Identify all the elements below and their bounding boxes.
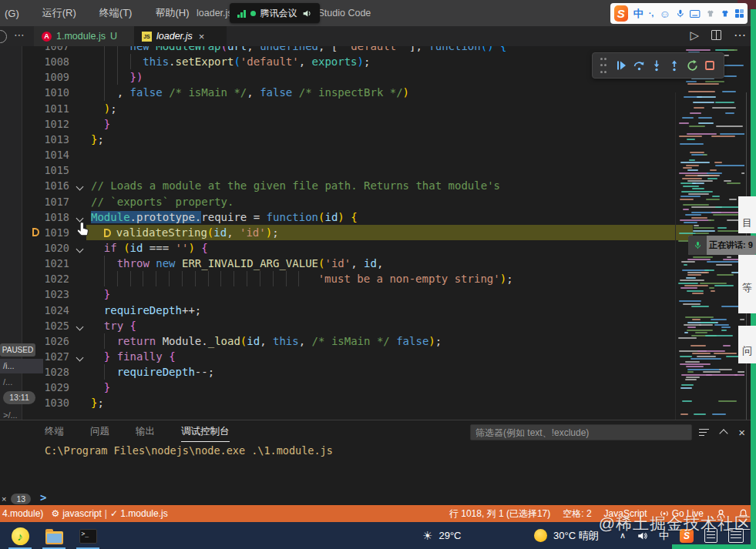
volume-icon[interactable]	[637, 531, 648, 541]
fold-chevron-icon[interactable]	[76, 194, 86, 209]
restart-button[interactable]	[684, 56, 700, 75]
fold-chevron-icon[interactable]	[76, 132, 86, 147]
drag-handle-icon[interactable]	[596, 56, 611, 75]
shirt-icon[interactable]	[721, 8, 730, 18]
step-into-button[interactable]	[649, 56, 664, 75]
split-editor-icon[interactable]	[711, 30, 721, 40]
fold-chevron-icon[interactable]	[76, 116, 86, 132]
fold-chevron-icon[interactable]	[76, 349, 86, 364]
ime-indicator[interactable]: 中	[659, 529, 669, 543]
fold-chevron-icon[interactable]	[76, 178, 86, 193]
fold-chevron-icon[interactable]	[76, 364, 86, 380]
sogou-ime-toolbar[interactable]: S 中 ·, ☺	[610, 3, 748, 24]
tab-1-module-js[interactable]: A 1.module.js U	[34, 26, 142, 46]
stop-button[interactable]	[702, 56, 717, 75]
overlay-window-1[interactable]: 目	[738, 196, 756, 233]
overlay-window-2[interactable]: 等	[738, 255, 756, 313]
close-icon[interactable]: ×	[2, 494, 6, 504]
taskbar-cmd[interactable]: >_	[74, 524, 102, 549]
fold-chevron-icon[interactable]	[76, 69, 86, 85]
fold-chevron-icon[interactable]	[76, 54, 86, 69]
menu-run[interactable]: 运行(R)	[41, 6, 78, 20]
fold-chevron-icon[interactable]	[76, 85, 86, 100]
taskbar-explorer[interactable]	[40, 524, 68, 549]
emoji-icon[interactable]: ☺	[659, 8, 670, 19]
fold-chevron-icon[interactable]	[76, 286, 86, 302]
editor-more-actions-icon[interactable]: ⋯	[734, 28, 747, 42]
fold-chevron-icon[interactable]	[76, 46, 86, 54]
tab-terminal[interactable]: 终端	[45, 425, 64, 442]
fold-chevron-icon[interactable]	[76, 256, 86, 271]
pen-tablet-icon[interactable]	[728, 528, 744, 543]
close-tab-icon[interactable]: ×	[199, 31, 205, 42]
continue-button[interactable]	[613, 56, 629, 75]
callstack-row[interactable]: /...	[0, 375, 43, 390]
count-pill: 13	[11, 494, 31, 504]
code-line: 1013};	[0, 132, 756, 147]
minimap[interactable]	[677, 46, 744, 418]
code-editor[interactable]: 1007new ModuleWrap(url, undefined, [ 'de…	[0, 46, 756, 420]
debug-config-item[interactable]: ⚙ javascript | ✓ 1.module.js	[51, 508, 167, 519]
fold-chevron-icon[interactable]	[76, 240, 86, 256]
editor-tab-bar: ⋯ A 1.module.js U JS loader.js ×	[0, 26, 756, 46]
fold-chevron-icon[interactable]	[76, 271, 86, 286]
tab-loader-js[interactable]: JS loader.js ×	[134, 26, 227, 46]
code-line: 1016// Loads a module at the given file …	[0, 178, 756, 193]
fold-chevron-icon[interactable]	[76, 380, 86, 395]
debug-console-output: C:\Program Files\nodejs\node.exe .\1.mod…	[45, 444, 333, 457]
sogou-logo-icon[interactable]: S	[614, 5, 628, 22]
skin-icon[interactable]	[706, 8, 715, 18]
speaker-icon	[302, 8, 312, 18]
punctuation-icon[interactable]: ·,	[649, 9, 654, 18]
keyboard-icon[interactable]	[690, 9, 700, 18]
tab-label: 1.module.js	[56, 31, 106, 42]
code-line: 1022'must be a non-empty string');	[0, 271, 756, 286]
editor-actions: ▷ ⋯	[690, 28, 747, 42]
fold-chevron-icon[interactable]	[76, 395, 86, 410]
toolbox-grid-icon[interactable]	[735, 9, 744, 18]
fold-chevron-icon[interactable]	[76, 318, 86, 333]
cursor-position[interactable]: 行 1018, 列 1 (已选择17)	[449, 507, 550, 521]
tab-problems[interactable]: 问题	[90, 425, 109, 442]
tab-debug-console[interactable]: 调试控制台	[181, 425, 230, 442]
code-line: 1025try {	[0, 318, 756, 333]
fold-chevron-icon[interactable]	[76, 303, 86, 318]
close-panel-icon[interactable]: ×	[738, 426, 745, 439]
weather-now[interactable]: ☀ 29°C	[422, 522, 462, 549]
bell-icon[interactable]	[738, 508, 748, 519]
tray-chevron-icon[interactable]: ∧	[620, 531, 626, 541]
menu-goto-partial[interactable]: (G)	[3, 8, 21, 19]
fold-chevron-icon[interactable]	[76, 333, 86, 349]
filter-icon[interactable]	[699, 427, 709, 438]
more-actions-icon[interactable]: ⋯	[14, 28, 25, 41]
fold-chevron-icon[interactable]	[76, 101, 86, 116]
step-out-button[interactable]	[667, 56, 682, 75]
step-over-button[interactable]	[631, 56, 647, 75]
account-icon[interactable]	[716, 509, 726, 519]
mic-icon[interactable]	[676, 8, 685, 19]
go-live-button[interactable]: Go Live	[660, 508, 704, 519]
indentation[interactable]: 空格: 2	[563, 507, 591, 521]
maximize-panel-icon[interactable]	[720, 429, 728, 437]
fold-chevron-icon[interactable]	[76, 162, 86, 178]
run-file-button[interactable]: ▷	[690, 28, 699, 42]
weather-forecast[interactable]: 30°C 晴朗	[534, 522, 599, 549]
taskbar-qqmusic[interactable]: ♪	[6, 524, 34, 549]
debug-console-prompt[interactable]: >	[40, 491, 46, 504]
sogou-tray-icon[interactable]: S	[680, 529, 694, 543]
tencent-meeting-pill[interactable]: 腾讯会议	[230, 3, 320, 23]
time-badge: 13:11	[3, 391, 35, 404]
filter-input[interactable]	[470, 424, 692, 440]
callstack-row[interactable]: >/...	[0, 408, 43, 423]
fold-chevron-icon[interactable]	[76, 147, 86, 162]
chinese-mode-icon[interactable]: 中	[633, 8, 643, 18]
menu-help[interactable]: 帮助(H)	[153, 6, 190, 20]
overlay-window-3[interactable]: 问	[738, 326, 756, 363]
callstack-row[interactable]: /i...	[0, 359, 43, 373]
broadcast-icon	[660, 509, 669, 518]
language-mode[interactable]: JavaScript	[604, 508, 647, 519]
javascript-file-icon: JS	[142, 32, 152, 42]
tab-output[interactable]: 输出	[136, 425, 155, 442]
menu-terminal[interactable]: 终端(T)	[98, 6, 134, 20]
notes-icon[interactable]	[704, 528, 717, 543]
